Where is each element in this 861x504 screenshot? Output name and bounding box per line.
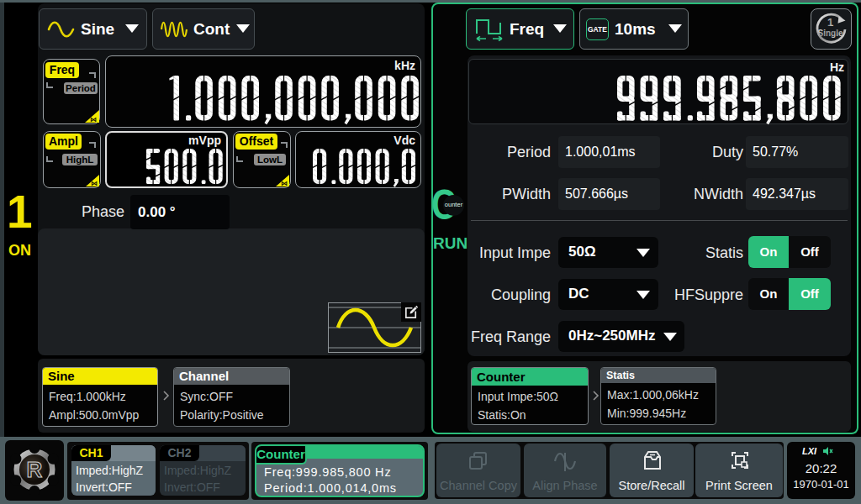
svg-text:R: R [27,457,43,482]
svg-text:Single: Single [817,29,843,38]
svg-text:1: 1 [827,16,833,29]
